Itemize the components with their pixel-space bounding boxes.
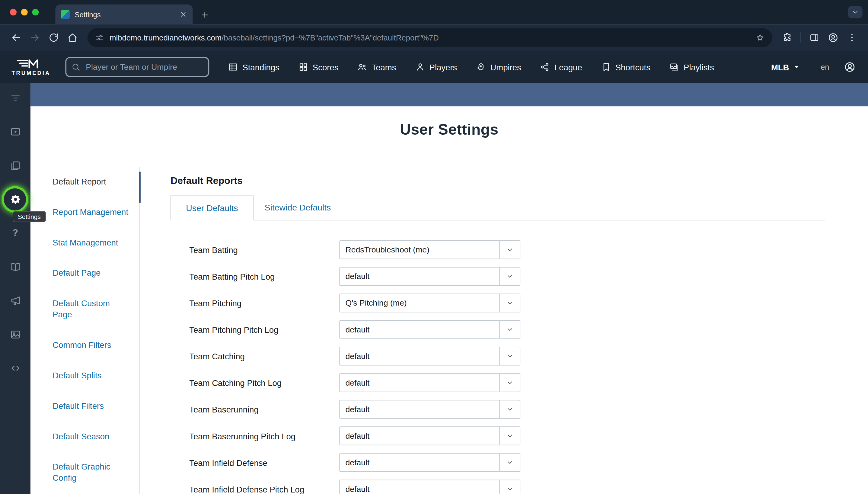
reload-button[interactable]: [44, 28, 63, 47]
forward-arrow-icon: [29, 32, 40, 43]
select-team-pitching-pitch-log[interactable]: default: [339, 320, 520, 339]
settings-nav-stat-management[interactable]: Stat Management: [53, 237, 131, 248]
settings-nav-report-management[interactable]: Report Management: [53, 207, 131, 218]
nav-label: Umpires: [490, 62, 521, 72]
browser-menu-button[interactable]: [843, 28, 861, 47]
sidebar-gallery-button[interactable]: [7, 327, 23, 342]
close-window-button[interactable]: [10, 9, 17, 15]
chevron-down-icon: [499, 347, 520, 365]
profile-button[interactable]: [824, 28, 842, 47]
browser-window: Settings mlbdemo.trumedianetworks.com/ba…: [0, 0, 868, 494]
tab-search-button[interactable]: [848, 6, 863, 18]
locale-label[interactable]: en: [821, 62, 829, 71]
filter-icon: [9, 92, 21, 103]
field-label: Team Infield Defense Pitch Log: [189, 484, 339, 494]
nav-label: Players: [430, 62, 457, 72]
tab-user-defaults[interactable]: User Defaults: [171, 195, 254, 221]
account-icon[interactable]: [844, 61, 856, 73]
select-team-infield-defense-pitch-log[interactable]: default: [339, 479, 520, 494]
close-tab-icon[interactable]: [179, 11, 187, 18]
extensions-button[interactable]: [778, 28, 796, 47]
chevron-down-icon: [499, 374, 520, 392]
nav-item-league[interactable]: League: [540, 62, 582, 72]
app-header: TRUMEDIA Standings Scores Teams Players …: [0, 51, 868, 83]
search-input[interactable]: [85, 62, 203, 72]
teams-icon: [357, 62, 367, 72]
zoom-window-button[interactable]: [32, 9, 39, 15]
gear-icon: [9, 194, 21, 205]
site-settings-icon[interactable]: [95, 33, 104, 42]
address-bar[interactable]: mlbdemo.trumedianetworks.com/baseball/se…: [87, 28, 772, 47]
settings-panel: Default Reports User Defaults Sitewide D…: [140, 167, 868, 494]
sidebar-video-button[interactable]: [7, 124, 23, 139]
league-selector[interactable]: MLB: [771, 62, 801, 72]
new-tab-button[interactable]: [200, 11, 209, 19]
settings-tooltip: Settings: [13, 211, 45, 222]
nav-item-scores[interactable]: Scores: [298, 62, 338, 72]
settings-nav-default-page[interactable]: Default Page: [53, 268, 131, 279]
select-value: default: [340, 268, 499, 285]
tab-sitewide-defaults[interactable]: Sitewide Defaults: [254, 195, 342, 219]
page-body: ? User Settings Default Report Report Ma…: [0, 83, 868, 494]
nav-item-playlists[interactable]: Playlists: [669, 62, 714, 72]
chevron-down-icon: [499, 454, 520, 471]
settings-nav-default-custom-page[interactable]: Default Custom Page: [53, 298, 131, 320]
select-team-batting-pitch-log[interactable]: default: [339, 267, 520, 286]
sidebar-settings-button[interactable]: [7, 192, 23, 207]
sidebar-help-button[interactable]: ?: [7, 226, 23, 241]
settings-nav-default-filters[interactable]: Default Filters: [53, 400, 131, 412]
main-content: User Settings Default Report Report Mana…: [31, 83, 868, 494]
nav-item-players[interactable]: Players: [415, 62, 457, 72]
home-button[interactable]: [63, 28, 82, 47]
league-icon: [540, 62, 550, 72]
brand-text: TRUMEDIA: [12, 70, 51, 75]
settings-nav-default-splits[interactable]: Default Splits: [53, 370, 131, 381]
sidebar-announcements-button[interactable]: [7, 293, 23, 308]
select-team-catching[interactable]: default: [339, 347, 520, 365]
bookmark-star-icon[interactable]: [756, 33, 765, 42]
field-label: Team Pitching Pitch Log: [189, 325, 339, 334]
three-dot-menu-icon: [847, 33, 857, 42]
settings-nav-default-report[interactable]: Default Report: [53, 176, 131, 187]
nav-item-shortcuts[interactable]: Shortcuts: [601, 62, 650, 72]
form-row: Team Baserunning Pitch Logdefault: [171, 422, 825, 449]
select-team-catching-pitch-log[interactable]: default: [339, 373, 520, 392]
settings-nav-common-filters[interactable]: Common Filters: [53, 339, 131, 350]
forward-button[interactable]: [25, 28, 44, 47]
form-row: Team Pitching Pitch Logdefault: [171, 316, 825, 343]
nav-item-umpires[interactable]: Umpires: [476, 62, 521, 72]
form-row: Team Infield Defense Pitch Logdefault: [171, 476, 825, 494]
select-team-infield-defense[interactable]: default: [339, 453, 520, 472]
sidebar-reports-button[interactable]: [7, 158, 23, 173]
url-text: mlbdemo.trumedianetworks.com/baseball/se…: [110, 33, 751, 42]
settings-nav-default-season[interactable]: Default Season: [53, 431, 131, 442]
chevron-down-icon: [499, 268, 520, 285]
user-avatar-icon: [828, 32, 839, 43]
sidebar-filters-button[interactable]: [7, 90, 23, 106]
book-icon: [9, 262, 21, 273]
back-arrow-icon: [11, 32, 22, 43]
select-team-batting[interactable]: RedsTroubleshoot (me): [339, 240, 520, 259]
window-controls: [10, 9, 39, 15]
main-nav: Standings Scores Teams Players Umpires L…: [228, 62, 714, 72]
megaphone-icon: [9, 295, 21, 306]
settings-nav: Default Report Report Management Stat Ma…: [31, 167, 140, 494]
back-button[interactable]: [7, 28, 25, 47]
side-panel-button[interactable]: [805, 28, 824, 47]
collapsed-filter-bar[interactable]: [31, 83, 868, 106]
trumedia-logo[interactable]: TRUMEDIA: [4, 59, 58, 76]
minimize-window-button[interactable]: [21, 9, 28, 15]
select-team-baserunning-pitch-log[interactable]: default: [339, 426, 520, 445]
form-row: Team Catchingdefault: [171, 343, 825, 369]
form-row: Team PitchingQ's Pitching (me): [171, 289, 825, 316]
nav-item-standings[interactable]: Standings: [228, 62, 279, 72]
sidebar-glossary-button[interactable]: [7, 259, 23, 274]
nav-item-teams[interactable]: Teams: [357, 62, 396, 72]
tab-title: Settings: [75, 10, 180, 19]
select-team-baserunning[interactable]: default: [339, 400, 520, 419]
select-team-pitching[interactable]: Q's Pitching (me): [339, 293, 520, 312]
sidebar-code-button[interactable]: [7, 361, 23, 376]
settings-nav-default-graphic-config[interactable]: Default Graphic Config: [53, 461, 131, 483]
browser-tab-settings[interactable]: Settings: [55, 4, 193, 24]
form-row: Team Infield Defensedefault: [171, 449, 825, 476]
